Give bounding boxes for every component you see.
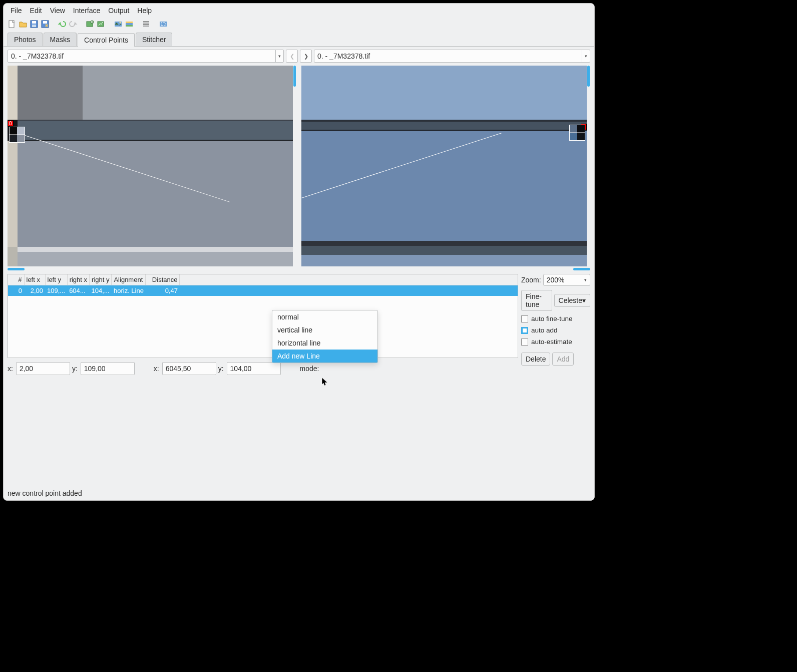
mode-option-add-new[interactable]: Add new Line xyxy=(272,350,377,363)
side-controls: Zoom: 200% ▾ Fine-tune Celeste▾ auto fin… xyxy=(521,274,590,358)
left-image-content xyxy=(8,66,293,266)
menu-interface[interactable]: Interface xyxy=(70,6,103,16)
right-image-select[interactable]: 0. - _7M32378.tif ▾ xyxy=(314,50,590,63)
prev-image-button[interactable]: ❮ xyxy=(286,50,298,63)
chevron-down-icon: ▾ xyxy=(584,277,587,282)
auto-fine-tune-check[interactable]: auto fine-tune xyxy=(521,315,590,322)
menu-help[interactable]: Help xyxy=(134,6,155,16)
cp-label-left: 0 xyxy=(8,120,14,127)
y1-label: y: xyxy=(72,365,79,373)
y2-label: y: xyxy=(218,365,225,373)
cursor-icon xyxy=(321,377,328,386)
celeste-button[interactable]: Celeste▾ xyxy=(554,294,590,307)
coord-row: x: 2,00 y: 109,00 x: 6045,50 y: 104,00 m… xyxy=(8,358,590,379)
fine-tune-button[interactable]: Fine-tune xyxy=(521,290,552,311)
cp-marker-right[interactable] xyxy=(569,125,585,141)
svg-rect-3 xyxy=(32,25,36,27)
y1-field[interactable]: 109,00 xyxy=(81,362,135,375)
cell-distance: 0,47 xyxy=(146,285,180,296)
col-left-x[interactable]: left x xyxy=(24,274,45,285)
x2-field[interactable]: 6045,50 xyxy=(162,362,216,375)
preview-row: 0 0 xyxy=(8,66,590,271)
redo-icon[interactable] xyxy=(69,20,78,29)
cell-left-x: 2,00 xyxy=(24,285,45,296)
auto-fine-tune-label: auto fine-tune xyxy=(531,315,573,322)
cp-table-row[interactable]: 0 2,00 109,... 604... 104,... horiz. Lin… xyxy=(8,285,518,296)
tab-control-points[interactable]: Control Points xyxy=(78,33,135,47)
save-icon[interactable] xyxy=(30,20,39,29)
auto-add-label: auto add xyxy=(531,326,558,334)
x1-field[interactable]: 2,00 xyxy=(16,362,70,375)
tab-masks[interactable]: Masks xyxy=(44,33,77,46)
preview-icon[interactable] xyxy=(114,20,123,29)
y2-field[interactable]: 104,00 xyxy=(227,362,281,375)
image-selector-row: 0. - _7M32378.tif ▾ ❮ ❯ 0. - _7M32378.ti… xyxy=(8,50,590,63)
auto-estimate-check[interactable]: auto-estimate xyxy=(521,338,590,346)
cell-alignment: horiz. Line xyxy=(112,285,146,296)
open-project-icon[interactable] xyxy=(19,20,28,29)
save-as-icon[interactable] xyxy=(41,20,50,29)
mode-option-horizontal[interactable]: horizontal line xyxy=(272,337,377,350)
right-horizontal-scrollbar[interactable] xyxy=(301,267,590,271)
zoom-value: 200% xyxy=(547,276,565,284)
toolbar xyxy=(4,18,594,33)
left-horizontal-scrollbar[interactable] xyxy=(8,267,296,271)
tab-stitcher[interactable]: Stitcher xyxy=(136,33,172,46)
menu-edit[interactable]: Edit xyxy=(27,6,45,16)
col-spacer xyxy=(180,274,518,285)
svg-point-10 xyxy=(120,22,121,24)
x2-label: x: xyxy=(154,365,160,373)
new-project-icon[interactable] xyxy=(8,20,17,29)
next-image-button[interactable]: ❯ xyxy=(300,50,312,63)
menu-view[interactable]: View xyxy=(47,6,68,16)
add-image-icon[interactable] xyxy=(86,20,95,29)
control-points-panel: 0. - _7M32378.tif ▾ ❮ ❯ 0. - _7M32378.ti… xyxy=(4,46,594,487)
chevron-down-icon: ▾ xyxy=(275,50,283,62)
menu-output[interactable]: Output xyxy=(105,6,132,16)
crop-icon[interactable] xyxy=(159,20,168,29)
svg-rect-12 xyxy=(126,22,133,23)
left-image-select-value: 0. - _7M32378.tif xyxy=(8,52,275,60)
col-left-y[interactable]: left y xyxy=(45,274,67,285)
cell-left-y: 109,... xyxy=(45,285,67,296)
right-vertical-scrollbar[interactable] xyxy=(587,66,590,266)
x1-label: x: xyxy=(8,365,14,373)
app-window: File Edit View Interface Output Help Pho… xyxy=(3,3,595,501)
cp-table-header-row: # left x left y right x right y Alignmen… xyxy=(8,274,518,285)
menu-file[interactable]: File xyxy=(8,6,25,16)
left-image-view[interactable]: 0 xyxy=(8,66,293,266)
right-preview-cell: 0 xyxy=(301,66,590,271)
tabbar: Photos Masks Control Points Stitcher xyxy=(4,33,594,46)
right-image-select-value: 0. - _7M32378.tif xyxy=(314,52,582,60)
col-distance[interactable]: Distance xyxy=(146,274,180,285)
cp-marker-left[interactable] xyxy=(9,127,25,143)
list-icon[interactable] xyxy=(142,20,151,29)
mode-option-normal[interactable]: normal xyxy=(272,310,377,323)
col-right-y[interactable]: right y xyxy=(90,274,112,285)
cp-table[interactable]: # left x left y right x right y Alignmen… xyxy=(8,274,518,358)
mode-option-vertical[interactable]: vertical line xyxy=(272,323,377,337)
col-alignment[interactable]: Alignment xyxy=(112,274,146,285)
auto-estimate-label: auto-estimate xyxy=(531,338,572,346)
left-vertical-scrollbar[interactable] xyxy=(293,66,296,266)
status-text: new control point added xyxy=(8,489,82,497)
auto-add-check[interactable]: auto add xyxy=(521,326,590,334)
cell-num: 0 xyxy=(8,285,24,296)
left-image-select[interactable]: 0. - _7M32378.tif ▾ xyxy=(8,50,284,63)
col-num[interactable]: # xyxy=(8,274,24,285)
cell-right-y: 104,... xyxy=(90,285,112,296)
tab-photos[interactable]: Photos xyxy=(8,33,43,46)
undo-icon[interactable] xyxy=(58,20,67,29)
left-preview-cell: 0 xyxy=(8,66,296,271)
col-right-x[interactable]: right x xyxy=(67,274,89,285)
zoom-label: Zoom: xyxy=(521,276,541,284)
gl-preview-icon[interactable] xyxy=(125,20,134,29)
svg-rect-2 xyxy=(32,21,36,24)
status-bar: new control point added xyxy=(4,487,594,500)
mode-dropdown-popup: normal vertical line horizontal line Add… xyxy=(272,310,378,363)
right-image-view[interactable]: 0 xyxy=(301,66,587,266)
zoom-select[interactable]: 200% ▾ xyxy=(543,274,590,286)
mode-label: mode: xyxy=(300,365,320,373)
right-image-content xyxy=(301,66,587,266)
align-icon[interactable] xyxy=(97,20,106,29)
